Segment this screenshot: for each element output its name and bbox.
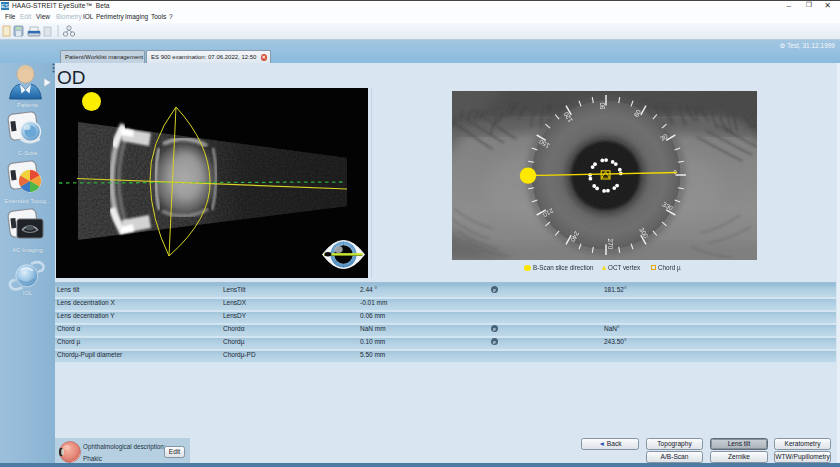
svg-text:270: 270 <box>607 239 614 250</box>
svg-text:90: 90 <box>599 102 606 110</box>
svg-text:0: 0 <box>673 169 676 175</box>
